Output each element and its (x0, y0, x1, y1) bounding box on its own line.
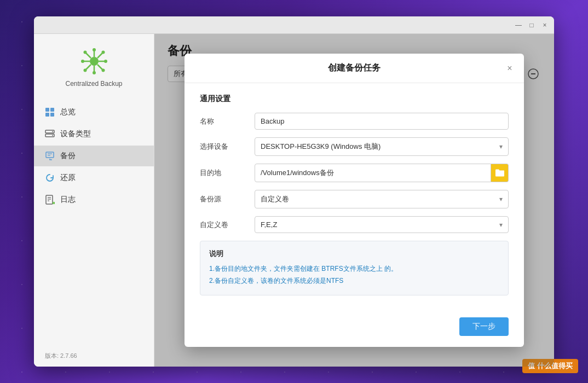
modal-body: 通用设置 名称 选择设备 DESKTOP-HE5G3K9 (Windows 电脑… (185, 83, 524, 317)
svg-point-0 (90, 57, 99, 66)
chevron-down-icon: ▾ (499, 195, 503, 203)
folder-icon (495, 169, 505, 177)
folder-picker-button[interactable] (491, 164, 509, 182)
sidebar-item-log[interactable]: 日志 (34, 189, 154, 210)
sidebar-item-overview[interactable]: 总览 (34, 102, 154, 123)
svg-rect-19 (45, 113, 49, 117)
device-value: DESKTOP-HE5G3K9 (Windows 电脑) (261, 142, 499, 152)
backup-icon (45, 151, 55, 161)
svg-line-13 (97, 53, 102, 58)
version-label: 版本: 2.7.66 (34, 345, 154, 367)
svg-point-2 (93, 48, 96, 51)
svg-rect-17 (45, 108, 49, 112)
svg-point-22 (52, 131, 53, 132)
chevron-down-icon: ▾ (499, 221, 503, 229)
svg-point-8 (104, 60, 107, 63)
minimize-button[interactable]: — (515, 21, 522, 29)
svg-rect-28 (46, 195, 53, 204)
svg-rect-18 (50, 108, 54, 112)
restore-icon (45, 173, 55, 183)
select-source[interactable]: 自定义卷 ▾ (255, 190, 509, 208)
svg-rect-25 (46, 152, 54, 158)
modal-title: 创建备份任务 (328, 62, 381, 74)
svg-point-12 (101, 69, 105, 72)
modal-footer: 下一步 (185, 317, 524, 347)
form-row-device: 选择设备 DESKTOP-HE5G3K9 (Windows 电脑) ▾ (200, 137, 509, 156)
svg-point-10 (83, 51, 87, 54)
app-logo-icon (80, 47, 108, 76)
create-backup-modal: 创建备份任务 × 通用设置 名称 选择设备 (185, 54, 524, 346)
server-icon (45, 129, 55, 139)
sidebar-label-log: 日志 (60, 195, 76, 205)
svg-rect-20 (50, 113, 54, 117)
main-layout: Centralized Backup 总览 (34, 34, 554, 367)
label-destination: 目的地 (200, 168, 255, 178)
form-row-custom-vol: 自定义卷 F,E,Z ▾ (200, 216, 509, 233)
svg-point-14 (101, 51, 105, 54)
svg-point-24 (52, 135, 53, 136)
grid-icon (45, 107, 55, 117)
svg-line-9 (86, 53, 91, 58)
title-bar: — □ × (34, 16, 554, 34)
label-custom-vol: 自定义卷 (200, 220, 255, 230)
destination-path-value: /Volume1/windows备份 (255, 164, 491, 182)
modal-close-button[interactable]: × (503, 62, 516, 75)
info-box-title: 说明 (209, 249, 499, 259)
svg-line-15 (86, 65, 91, 69)
sidebar-label-restore: 还原 (60, 173, 76, 183)
select-custom-vol[interactable]: F,E,Z ▾ (255, 216, 509, 233)
label-source: 备份源 (200, 194, 255, 204)
sidebar-label-device-type: 设备类型 (60, 129, 91, 139)
chevron-down-icon: ▾ (499, 143, 503, 150)
app-name-label: Centralized Backup (65, 80, 122, 89)
svg-point-4 (93, 71, 96, 74)
input-name[interactable] (255, 113, 509, 130)
info-box-item-2: 2.备份自定义卷，该卷的文件系统必须是NTFS (209, 275, 499, 287)
destination-path-row: /Volume1/windows备份 (255, 164, 509, 182)
custom-vol-value: F,E,Z (261, 220, 499, 229)
sidebar-logo: Centralized Backup (34, 34, 154, 97)
content-area: 备份 所有 ▾ (154, 34, 554, 367)
form-row-name: 名称 (200, 113, 509, 130)
next-step-button[interactable]: 下一步 (459, 317, 509, 336)
sidebar-navigation: 总览 设备类型 (34, 97, 154, 214)
app-window: — □ × (34, 16, 554, 367)
sidebar-label-backup: 备份 (60, 151, 76, 161)
sidebar: Centralized Backup 总览 (34, 34, 154, 367)
label-name: 名称 (200, 117, 255, 126)
maximize-button[interactable]: □ (528, 21, 535, 29)
label-device: 选择设备 (200, 142, 255, 152)
info-box-item-1: 1.备份目的地文件夹，文件夹需创建在 BTRFS文件系统之上 的。 (209, 263, 499, 275)
svg-point-16 (83, 69, 87, 72)
svg-line-11 (97, 65, 102, 69)
info-box: 说明 1.备份目的地文件夹，文件夹需创建在 BTRFS文件系统之上 的。 2.备… (200, 241, 509, 295)
form-row-source: 备份源 自定义卷 ▾ (200, 190, 509, 208)
sidebar-item-restore[interactable]: 还原 (34, 167, 154, 188)
select-device[interactable]: DESKTOP-HE5G3K9 (Windows 电脑) ▾ (255, 137, 509, 156)
section-general-settings: 通用设置 (200, 94, 509, 104)
source-value: 自定义卷 (261, 194, 499, 204)
sidebar-label-overview: 总览 (60, 107, 76, 117)
sidebar-item-device-type[interactable]: 设备类型 (34, 124, 154, 144)
log-icon (45, 195, 55, 205)
modal-overlay: 创建备份任务 × 通用设置 名称 选择设备 (154, 34, 554, 367)
form-row-destination: 目的地 /Volume1/windows备份 (200, 164, 509, 182)
sidebar-item-backup[interactable]: 备份 (34, 146, 154, 166)
close-window-button[interactable]: × (541, 21, 549, 29)
svg-point-6 (81, 60, 84, 63)
modal-header: 创建备份任务 × (185, 54, 524, 83)
